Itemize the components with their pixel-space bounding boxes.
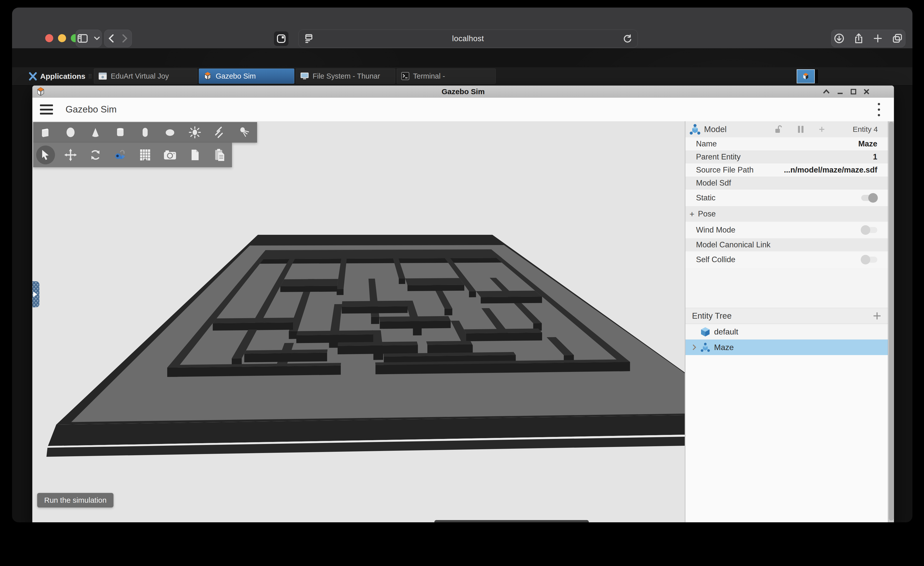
property-value: ...n/model/maze/maze.sdf bbox=[784, 165, 877, 174]
copy-button[interactable] bbox=[182, 143, 207, 167]
downloads-icon[interactable] bbox=[834, 33, 844, 44]
reload-icon[interactable] bbox=[623, 34, 632, 44]
hamburger-menu-icon[interactable] bbox=[40, 105, 53, 114]
pause-icon[interactable] bbox=[798, 125, 804, 133]
sphere-icon bbox=[65, 126, 76, 138]
url-text[interactable]: localhost bbox=[313, 34, 623, 43]
insert-box-button[interactable] bbox=[33, 122, 58, 143]
scene-viewport[interactable]: Run the simulation bbox=[32, 121, 685, 522]
browser-window: localhost bbox=[12, 8, 912, 522]
grid-icon bbox=[139, 149, 151, 161]
insert-cone-button[interactable] bbox=[83, 122, 108, 143]
insert-point-light-button[interactable] bbox=[182, 122, 207, 143]
kebab-menu-icon[interactable] bbox=[874, 101, 884, 118]
property-label: Parent Entity bbox=[696, 152, 741, 161]
taskbar-item-gazebo[interactable]: Gazebo Sim bbox=[199, 69, 294, 84]
taskbar-item-thunar[interactable]: File System - Thunar bbox=[296, 69, 395, 84]
applications-x-icon bbox=[28, 72, 37, 81]
gazebo-mini-icon bbox=[802, 72, 810, 80]
taskbar-item-eduart[interactable]: EduArt Virtual Joy bbox=[94, 69, 197, 84]
tree-item-maze[interactable]: Maze bbox=[686, 339, 888, 355]
minimize-window-button[interactable] bbox=[58, 34, 66, 42]
extension-button[interactable] bbox=[274, 31, 289, 46]
sidebar-icon bbox=[78, 34, 88, 43]
minimize-icon[interactable] bbox=[837, 89, 844, 95]
back-icon[interactable] bbox=[109, 35, 114, 42]
snap-config-button[interactable] bbox=[108, 143, 133, 167]
screen: localhost bbox=[0, 0, 924, 566]
rotate-mode-button[interactable] bbox=[83, 143, 108, 167]
self-collide-toggle[interactable] bbox=[861, 257, 877, 263]
close-icon[interactable] bbox=[863, 89, 870, 95]
static-toggle[interactable] bbox=[861, 195, 877, 201]
insert-spot-light-button[interactable] bbox=[232, 122, 257, 143]
app-header: Gazebo Sim bbox=[32, 98, 894, 121]
shade-icon[interactable] bbox=[822, 89, 830, 95]
chevron-down-icon bbox=[94, 37, 100, 40]
property-label: Static bbox=[696, 193, 716, 203]
cube-icon bbox=[700, 327, 710, 337]
wind-mode-toggle[interactable] bbox=[861, 227, 877, 233]
expand-icon[interactable]: + bbox=[690, 209, 694, 219]
property-row-parent-entity[interactable]: Parent Entity 1 bbox=[686, 150, 888, 164]
gazebo-logo-icon bbox=[36, 87, 45, 96]
gazebo-window: Gazebo Sim bbox=[32, 86, 894, 522]
share-icon[interactable] bbox=[854, 33, 863, 44]
page-settings-icon[interactable] bbox=[304, 34, 313, 44]
add-component-icon[interactable] bbox=[819, 126, 825, 132]
maze-3d-render[interactable] bbox=[32, 121, 685, 522]
chevron-right-icon[interactable] bbox=[692, 344, 696, 351]
terminal-icon bbox=[401, 72, 410, 80]
desktop-taskbar: Applications ⁞⁞ EduArt Virtual Joy bbox=[12, 67, 912, 86]
taskbar-item-label: Gazebo Sim bbox=[216, 72, 256, 80]
insert-cylinder-button[interactable] bbox=[108, 122, 133, 143]
property-row-wind-mode[interactable]: Wind Mode bbox=[686, 222, 888, 238]
tree-item-default[interactable]: default bbox=[686, 324, 888, 339]
model-icon bbox=[690, 124, 700, 135]
entity-id-label: Entity 4 bbox=[853, 125, 878, 134]
rotate-icon bbox=[89, 149, 102, 161]
insert-capsule-button[interactable] bbox=[133, 122, 158, 143]
maximize-icon[interactable] bbox=[850, 89, 857, 95]
property-row-name[interactable]: Name Maze bbox=[686, 137, 888, 150]
screenshot-button[interactable] bbox=[158, 143, 182, 167]
lock-open-icon[interactable] bbox=[774, 125, 782, 134]
directional-light-icon bbox=[214, 126, 226, 138]
forward-icon[interactable] bbox=[122, 35, 127, 42]
panel-scrollbar-thumb[interactable] bbox=[889, 122, 894, 521]
tab-overview-icon[interactable] bbox=[892, 34, 902, 43]
new-tab-icon[interactable] bbox=[873, 34, 882, 43]
camera-icon bbox=[164, 149, 177, 161]
property-row-model-sdf[interactable]: Model Sdf bbox=[686, 177, 888, 189]
property-row-self-collide[interactable]: Self Collide bbox=[686, 251, 888, 268]
applications-menu[interactable]: Applications ⁞⁞ bbox=[28, 67, 92, 86]
chrome-right-buttons bbox=[831, 30, 905, 47]
property-row-pose[interactable]: + Pose bbox=[686, 206, 888, 222]
address-bar[interactable]: localhost bbox=[298, 30, 638, 48]
insert-sphere-button[interactable] bbox=[58, 122, 83, 143]
translate-mode-button[interactable] bbox=[58, 143, 83, 167]
property-row-source-file-path[interactable]: Source File Path ...n/model/maze/maze.sd… bbox=[686, 164, 888, 177]
entity-tree-empty-area bbox=[686, 355, 888, 522]
property-label: Self Collide bbox=[696, 255, 735, 264]
property-row-static[interactable]: Static bbox=[686, 189, 888, 206]
grid-config-button[interactable] bbox=[133, 143, 158, 167]
taskbar-item-terminal[interactable]: Terminal - bbox=[397, 69, 496, 84]
close-window-button[interactable] bbox=[45, 34, 53, 42]
model-panel-spacer bbox=[686, 268, 888, 308]
select-mode-button[interactable] bbox=[33, 143, 58, 167]
window-titlebar[interactable]: Gazebo Sim bbox=[32, 86, 894, 98]
sidebar-toggle-group[interactable] bbox=[76, 30, 102, 47]
bottom-scroll-thumb[interactable] bbox=[434, 520, 589, 522]
insert-directional-light-button[interactable] bbox=[207, 122, 232, 143]
paste-button[interactable] bbox=[207, 143, 232, 167]
insert-ellipsoid-button[interactable] bbox=[158, 122, 182, 143]
add-entity-icon[interactable] bbox=[873, 312, 881, 320]
traffic-lights bbox=[45, 34, 79, 42]
taskbar-item-label: Terminal - bbox=[413, 72, 445, 80]
side-drawer-handle[interactable] bbox=[32, 281, 39, 307]
property-row-model-canonical-link[interactable]: Model Canonical Link bbox=[686, 238, 888, 251]
workspace-pager[interactable] bbox=[796, 69, 819, 84]
panel-scrollbar[interactable] bbox=[888, 121, 894, 522]
workspace-1[interactable] bbox=[797, 69, 815, 83]
